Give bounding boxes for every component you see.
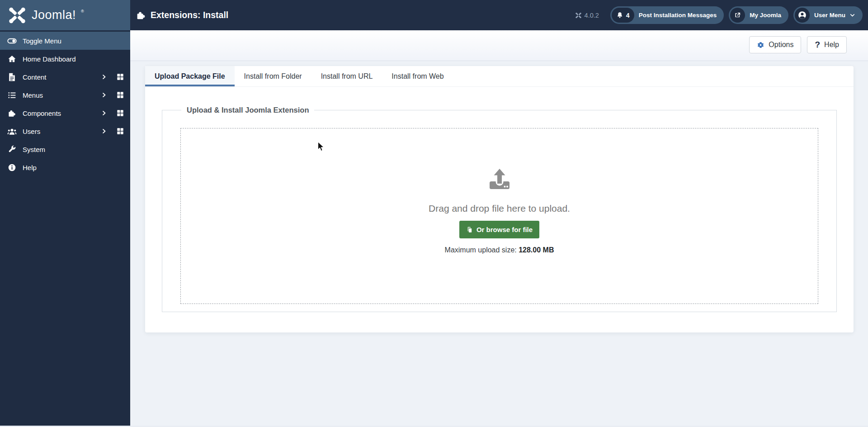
bell-icon [616,12,623,19]
toggle-icon [6,36,17,46]
info-icon [6,163,17,172]
chevron-right-icon[interactable] [101,74,107,80]
dashboard-grid-icon[interactable] [117,73,124,81]
logo-text: Joomla! [32,8,76,22]
wrench-icon [6,145,17,154]
dashboard-grid-icon[interactable] [117,128,124,135]
chevron-right-icon[interactable] [101,110,107,116]
tab-install-from-url[interactable]: Install from URL [311,66,382,86]
my-joomla-button[interactable]: My Joomla [729,6,788,24]
logo-registered-mark: ® [81,9,84,14]
copy-files-icon [466,226,473,233]
file-icon [6,73,17,81]
drag-drop-zone[interactable]: Drag and drop file here to upload. Or br… [180,128,818,304]
sidebar-item-menus[interactable]: Menus [0,86,130,104]
max-upload-size: Maximum upload size: 128.00 MB [445,246,554,254]
sidebar-item-toggle-menu[interactable]: Toggle Menu [0,32,130,50]
sidebar-item-users[interactable]: Users [0,122,130,140]
question-mark-icon: ? [815,40,820,50]
users-icon [6,127,17,136]
sidebar-item-content[interactable]: Content [0,68,130,86]
sidebar-item-help[interactable]: Help [0,158,130,176]
toolbar: Options ? Help [130,30,868,61]
gear-icon [757,41,764,49]
joomla-logo-icon [7,6,27,24]
chevron-down-icon [849,12,855,18]
drag-drop-label: Drag and drop file here to upload. [429,203,570,214]
max-upload-size-value: 128.00 MB [519,246,554,254]
user-circle-icon [797,10,807,20]
dashboard-grid-icon[interactable] [117,109,124,117]
install-tabs: Upload Package File Install from Folder … [145,66,854,87]
sidebar-item-home-dashboard[interactable]: Home Dashboard [0,50,130,68]
joomla-version: 4.0.2 [575,12,599,19]
chevron-right-icon[interactable] [101,128,107,134]
list-icon [6,91,17,100]
external-link-icon [734,12,741,19]
help-button[interactable]: ? Help [807,36,847,53]
tab-install-from-folder[interactable]: Install from Folder [235,66,311,86]
main-content: Options ? Help Upload Package File Insta… [130,30,868,427]
tab-install-from-web[interactable]: Install from Web [382,66,453,86]
version-number: 4.0.2 [585,12,599,19]
joomla-logo: Joomla!® [0,0,130,30]
user-menu-button[interactable]: User Menu [793,6,863,24]
upload-legend: Upload & Install Joomla Extension [181,106,314,114]
notification-count-badge: 4 [626,12,630,19]
chevron-right-icon[interactable] [101,92,107,98]
puzzle-icon [6,109,17,118]
sidebar-item-components[interactable]: Components [0,104,130,122]
sidebar: Toggle Menu Home Dashboard Content [0,30,130,426]
dashboard-grid-icon[interactable] [117,91,124,99]
joomla-mini-logo-icon [575,12,582,19]
sidebar-item-system[interactable]: System [0,140,130,158]
install-card: Upload Package File Install from Folder … [145,66,854,332]
home-icon [6,55,17,63]
upload-icon [487,168,512,191]
tab-upload-package-file[interactable]: Upload Package File [145,66,235,86]
page-title: Extensions: Install [151,10,228,20]
post-installation-messages-button[interactable]: 4 Post Installation Messages [610,6,724,24]
options-button[interactable]: Options [749,36,801,53]
app-header: Joomla!® Extensions: Install [0,0,868,30]
upload-fieldset: Upload & Install Joomla Extension Drag a… [162,106,837,312]
browse-for-file-button[interactable]: Or browse for file [459,221,539,238]
puzzle-icon [136,10,146,20]
